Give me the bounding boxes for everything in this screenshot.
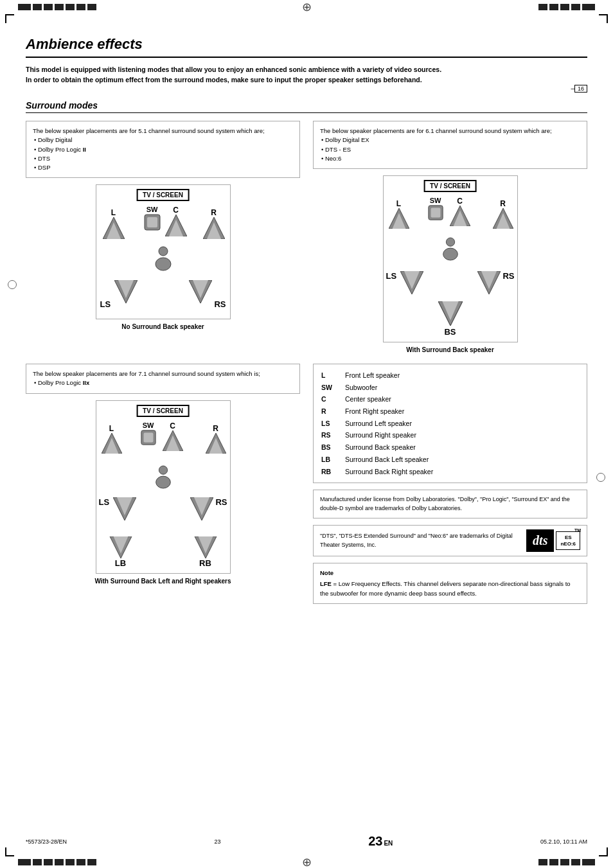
diagram-6-1: TV / SCREEN L SW: [313, 175, 587, 353]
dts-logo: dts: [526, 529, 554, 552]
corner-mark-br: [599, 847, 608, 856]
legend-row-BS: BS Surround Back speaker: [321, 441, 579, 454]
corner-mark-tr: [599, 14, 608, 23]
speaker-L-2: L: [389, 199, 409, 229]
label-LS-3: LS: [99, 497, 110, 507]
footer-left: *5573/23-28/EN: [26, 838, 67, 845]
svg-rect-3: [147, 217, 157, 227]
speaker-LS-2: [400, 271, 423, 296]
svg-point-38: [159, 466, 167, 474]
note-label: Note: [320, 569, 580, 578]
corner-mark-bl: [5, 847, 14, 856]
page-title: Ambience effects: [26, 36, 587, 58]
label-RS-1: RS: [214, 299, 226, 309]
speaker-SW-2: SW: [427, 197, 444, 221]
legend-row-LS: LS Surround Left speaker: [321, 418, 579, 430]
tv-screen-label-1: TV / SCREEN: [136, 189, 190, 201]
speaker-LS-3: [113, 497, 136, 522]
svg-rect-33: [143, 432, 153, 442]
left-margin-circle: [8, 280, 17, 289]
legend-row-RB: RB Surround Back Right speaker: [321, 466, 579, 478]
legend-val-SW: Subwoofer: [345, 383, 377, 393]
caption-no-back: No Surround Back speaker: [121, 323, 204, 330]
legend-key-RS: RS: [321, 430, 337, 440]
dts-logo-container: dts TM ES nEO:6: [526, 529, 580, 552]
dolby-note: Manufactured under license from Dolby La…: [313, 490, 587, 518]
svg-rect-17: [431, 208, 440, 218]
dts-note-text: "DTS", "DTS-ES Extended Surround" and "N…: [320, 532, 520, 549]
tv-screen-label-2: TV / SCREEN: [423, 180, 477, 192]
svg-point-23: [443, 248, 458, 260]
dts-neo-label: nEO:6: [560, 541, 576, 547]
speaker-SW-3: SW: [140, 421, 157, 446]
legend-val-BS: Surround Back speaker: [345, 443, 416, 452]
footer-right: 05.2.10, 10:11 AM: [540, 838, 587, 845]
speaker-SW-1: SW: [143, 206, 161, 231]
legend-val-L: Front Left speaker: [345, 371, 400, 380]
page-suffix: EN: [384, 840, 393, 847]
legend-key-R: R: [321, 407, 337, 416]
speaker-LS-1: [114, 280, 138, 305]
legend-key-LS: LS: [321, 419, 337, 429]
dts-tm: TM: [574, 528, 581, 533]
speaker-RS-3: [190, 497, 213, 522]
speaker-R-1: R: [203, 208, 225, 239]
legend-val-R: Front Right speaker: [345, 407, 404, 416]
label-RS-3: RS: [215, 497, 227, 507]
info-box-7-1: The below speaker placements are for 7.1…: [26, 364, 300, 394]
caption-with-back: With Surround Back speaker: [406, 346, 494, 353]
legend-row-C: C Center speaker: [321, 393, 579, 405]
legend-row-RS: RS Surround Right speaker: [321, 429, 579, 441]
svg-point-39: [155, 476, 170, 488]
lfe-label: LFE: [320, 580, 332, 587]
legend-key-RB: RB: [321, 467, 337, 477]
diagram-7-1: TV / SCREEN L SW: [26, 400, 300, 585]
info-box-6-1: The below speaker placements are for 6.1…: [313, 121, 587, 169]
speaker-RS-2: [477, 271, 501, 296]
legend-key-L: L: [321, 371, 337, 380]
intro-line2: In order to obtain the optimum effect fr…: [26, 76, 587, 84]
tv-screen-label-3: TV / SCREEN: [136, 405, 190, 417]
listener-icon-3: [152, 465, 174, 491]
speaker-R-3: R: [206, 424, 226, 454]
speaker-RB-diagram: RB: [194, 536, 217, 568]
bottom-registration-mark: ⊕: [302, 855, 312, 868]
right-margin-circle: [596, 473, 605, 482]
speaker-RS-1: [189, 280, 212, 305]
legend-val-C: Center speaker: [345, 394, 391, 404]
legend-row-L: L Front Left speaker: [321, 369, 579, 382]
legend-row-SW: SW Subwoofer: [321, 382, 579, 394]
svg-point-22: [446, 238, 454, 246]
speaker-L-1: L: [103, 208, 125, 239]
lfe-text: = Low Frequency Effects. This channel de…: [320, 580, 571, 596]
lfe-note: LFE = Low Frequency Effects. This channe…: [320, 580, 580, 598]
speaker-C-2: C: [450, 197, 470, 226]
speaker-BS-diagram: BS: [438, 301, 463, 337]
legend-key-SW: SW: [321, 383, 337, 393]
speaker-R-2: R: [493, 199, 513, 229]
registration-mark: ⊕: [302, 0, 312, 14]
footer-center: 23: [215, 838, 221, 845]
caption-lb-rb: With Surround Back Left and Right speake…: [94, 578, 231, 585]
legend-val-LB: Surround Back Left speaker: [345, 455, 429, 465]
svg-point-9: [155, 258, 171, 270]
page-ref-box: 16: [574, 85, 587, 93]
listener-icon-2: [440, 237, 461, 263]
speaker-C-1: C: [165, 206, 187, 236]
svg-point-8: [159, 247, 168, 256]
legend-table: L Front Left speaker SW Subwoofer C Cent…: [313, 364, 587, 483]
legend-val-RB: Surround Back Right speaker: [345, 467, 433, 477]
speaker-L-3: L: [102, 424, 122, 454]
speaker-LB-diagram: LB: [109, 536, 132, 568]
legend-key-LB: LB: [321, 455, 337, 465]
intro-line1: This model is equipped with listening mo…: [26, 66, 587, 73]
legend-row-LB: LB Surround Back Left speaker: [321, 454, 579, 466]
section-title: Surround modes: [26, 100, 587, 113]
label-RS-2: RS: [502, 271, 514, 281]
diagram-5-1: TV / SCREEN L SW: [26, 184, 300, 330]
speaker-C-3: C: [163, 421, 183, 451]
legend-val-RS: Surround Right speaker: [345, 430, 416, 440]
legend-row-R: R Front Right speaker: [321, 405, 579, 418]
legend-key-BS: BS: [321, 443, 337, 452]
dts-es-logo: TM ES nEO:6: [556, 531, 580, 550]
